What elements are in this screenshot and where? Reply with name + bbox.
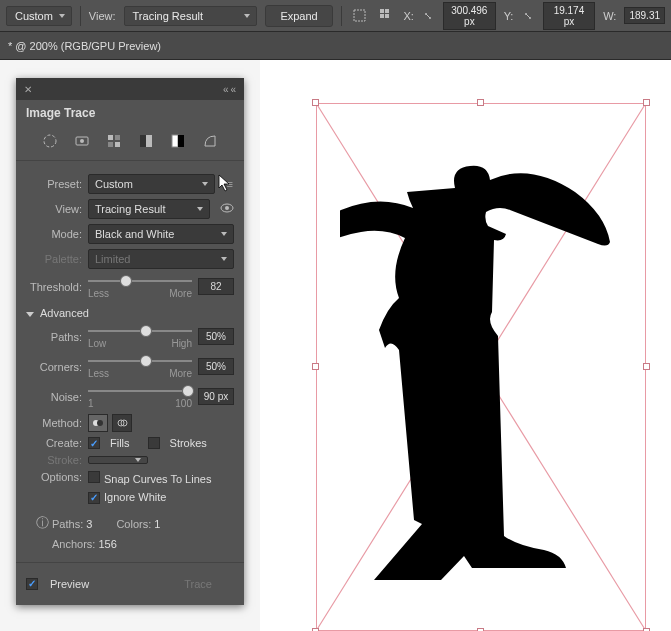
threshold-slider[interactable]: [88, 280, 192, 282]
svg-rect-16: [108, 142, 113, 147]
info-icon: ⓘ: [36, 514, 49, 532]
corners-slider[interactable]: [88, 360, 192, 362]
info-colors-value: 1: [154, 518, 160, 530]
chevron-down-icon: [26, 312, 34, 317]
view-label: View:: [89, 10, 116, 22]
collapse-icon[interactable]: ««: [223, 84, 238, 95]
create-label: Create:: [26, 437, 82, 449]
svg-rect-14: [108, 135, 113, 140]
noise-slider[interactable]: [88, 390, 192, 392]
svg-rect-21: [178, 135, 184, 147]
preview-label: Preview: [50, 578, 89, 590]
paths-value[interactable]: 50%: [198, 328, 234, 345]
snap-label: Snap Curves To Lines: [104, 473, 211, 485]
ignore-white-checkbox[interactable]: [88, 492, 100, 504]
slider-thumb[interactable]: [140, 355, 152, 367]
noise-value[interactable]: 90 px: [198, 388, 234, 405]
options-bar: Custom View: Tracing Result Expand X: 30…: [0, 0, 671, 32]
mode-dropdown[interactable]: Black and White: [88, 224, 234, 244]
threshold-value[interactable]: 82: [198, 278, 234, 295]
slider-hi: High: [171, 338, 192, 349]
method-abutting-button[interactable]: [88, 414, 108, 432]
svg-rect-20: [172, 135, 178, 147]
low-color-icon[interactable]: [105, 132, 123, 150]
eye-icon[interactable]: [220, 201, 234, 217]
advanced-toggle[interactable]: Advanced: [26, 307, 234, 319]
auto-color-icon[interactable]: [41, 132, 59, 150]
snap-checkbox[interactable]: [88, 471, 100, 483]
svg-point-23: [225, 206, 229, 210]
svg-point-25: [97, 420, 103, 426]
w-input[interactable]: 189.31: [624, 7, 665, 24]
noise-label: Noise:: [26, 391, 82, 403]
bbox-handle[interactable]: [477, 99, 484, 106]
view-label: View:: [26, 203, 82, 215]
expand-button[interactable]: Expand: [265, 5, 332, 27]
info-paths-label: Paths:: [52, 518, 83, 530]
high-color-icon[interactable]: [73, 132, 91, 150]
svg-rect-4: [385, 14, 389, 18]
close-icon[interactable]: ✕: [24, 84, 32, 95]
slider-lo: Less: [88, 288, 109, 299]
panel-title: Image Trace: [16, 100, 244, 126]
separator: [341, 6, 342, 26]
view-dropdown[interactable]: Tracing Result: [88, 199, 210, 219]
stroke-input: [88, 456, 148, 464]
corners-value[interactable]: 50%: [198, 358, 234, 375]
slider-thumb[interactable]: [120, 275, 132, 287]
trace-button: Trace: [162, 573, 234, 595]
bbox-handle[interactable]: [312, 363, 319, 370]
info-colors-label: Colors:: [116, 518, 151, 530]
preset-label: Preset:: [26, 178, 82, 190]
method-overlapping-button[interactable]: [112, 414, 132, 432]
threshold-label: Threshold:: [26, 281, 82, 293]
crop-icon[interactable]: [350, 6, 369, 26]
x-input[interactable]: 300.496 px: [443, 2, 496, 30]
grayscale-icon[interactable]: [137, 132, 155, 150]
view-dropdown[interactable]: Tracing Result: [124, 6, 258, 26]
align-icon[interactable]: [377, 6, 396, 26]
preview-checkbox[interactable]: [26, 578, 38, 590]
link-xy-icon[interactable]: [422, 6, 435, 26]
mode-label: Mode:: [26, 228, 82, 240]
strokes-checkbox[interactable]: [148, 437, 160, 449]
svg-point-11: [44, 135, 56, 147]
slider-thumb[interactable]: [182, 385, 194, 397]
options-label: Options:: [26, 471, 82, 483]
y-input[interactable]: 19.174 px: [543, 2, 596, 30]
panel-titlebar[interactable]: ✕ ««: [16, 78, 244, 100]
slider-hi: More: [169, 368, 192, 379]
info-anchors-label: Anchors:: [52, 538, 95, 550]
svg-rect-1: [380, 9, 384, 13]
preset-icon-row: [16, 126, 244, 161]
fills-label: Fills: [110, 437, 130, 449]
svg-rect-0: [354, 10, 365, 21]
document-tab[interactable]: * @ 200% (RGB/GPU Preview): [0, 32, 671, 60]
paths-label: Paths:: [26, 331, 82, 343]
slider-hi: 100: [175, 398, 192, 409]
svg-rect-2: [385, 9, 389, 13]
preset-dropdown[interactable]: Custom: [88, 174, 215, 194]
image-trace-panel: ✕ «« Image Trace Preset: Custom ≡ View: …: [16, 78, 244, 605]
canvas[interactable]: [260, 60, 671, 631]
slider-thumb[interactable]: [140, 325, 152, 337]
info-paths-value: 3: [86, 518, 92, 530]
svg-point-13: [80, 139, 84, 143]
paths-slider[interactable]: [88, 330, 192, 332]
preset-menu-icon[interactable]: ≡: [227, 178, 234, 190]
x-label: X:: [403, 10, 413, 22]
bbox-handle[interactable]: [643, 363, 650, 370]
preset-dropdown[interactable]: Custom: [6, 6, 72, 26]
fills-checkbox[interactable]: [88, 437, 100, 449]
y-label: Y:: [504, 10, 514, 22]
svg-rect-15: [115, 135, 120, 140]
bw-icon[interactable]: [169, 132, 187, 150]
panel-body: Preset: Custom ≡ View: Tracing Result Mo…: [16, 161, 244, 562]
stroke-label: Stroke:: [26, 454, 82, 466]
method-label: Method:: [26, 417, 82, 429]
link-xy-icon[interactable]: [521, 6, 534, 26]
bbox-handle[interactable]: [643, 99, 650, 106]
info-anchors-value: 156: [98, 538, 116, 550]
bbox-handle[interactable]: [312, 99, 319, 106]
outline-icon[interactable]: [201, 132, 219, 150]
